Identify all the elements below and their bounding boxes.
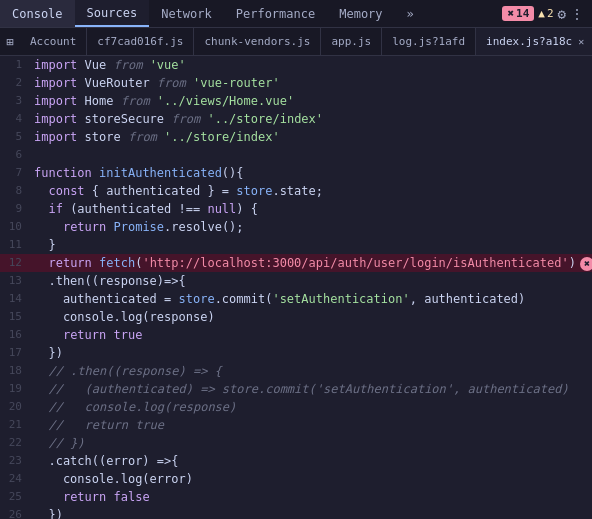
line-content: return true [30, 326, 142, 344]
line-content: }) [30, 506, 63, 519]
line-number: 8 [0, 182, 30, 200]
file-tabs-prev[interactable]: ⊞ [0, 28, 20, 55]
line-number: 10 [0, 218, 30, 236]
code-line: 17 }) [0, 344, 592, 362]
tab-network[interactable]: Network [149, 0, 224, 27]
line-number: 11 [0, 236, 30, 254]
code-line: 8 const { authenticated } = store.state; [0, 182, 592, 200]
line-content: // return true [30, 416, 164, 434]
close-tab-icon[interactable]: ✕ [578, 36, 584, 47]
code-line: 7function initAuthenticated(){ [0, 164, 592, 182]
line-content: return Promise.resolve(); [30, 218, 244, 236]
code-line: 2import VueRouter from 'vue-router' [0, 74, 592, 92]
line-number: 25 [0, 488, 30, 506]
tab-more[interactable]: » [395, 0, 426, 27]
line-number: 19 [0, 380, 30, 398]
file-tab-app[interactable]: app.js [321, 28, 382, 55]
line-number: 12 [0, 254, 30, 272]
more-options-icon[interactable]: ⋮ [570, 6, 584, 22]
code-line: 24 console.log(error) [0, 470, 592, 488]
code-line: 3import Home from '../views/Home.vue' [0, 92, 592, 110]
tab-memory[interactable]: Memory [327, 0, 394, 27]
line-content: return false [30, 488, 150, 506]
code-line: 6 [0, 146, 592, 164]
line-content: import Vue from 'vue' [30, 56, 186, 74]
code-line: 1import Vue from 'vue' [0, 56, 592, 74]
line-number: 23 [0, 452, 30, 470]
line-content: return fetch('http://localhost:3000/api/… [30, 254, 592, 272]
line-content: // }) [30, 434, 85, 452]
top-tab-bar: Console Sources Network Performance Memo… [0, 0, 592, 28]
line-number: 7 [0, 164, 30, 182]
line-number: 22 [0, 434, 30, 452]
code-line: 9 if (authenticated !== null) { [0, 200, 592, 218]
line-number: 17 [0, 344, 30, 362]
line-content: const { authenticated } = store.state; [30, 182, 323, 200]
line-number: 24 [0, 470, 30, 488]
code-line: 11 } [0, 236, 592, 254]
line-content: .catch((error) =>{ [30, 452, 179, 470]
line-number: 4 [0, 110, 30, 128]
line-number: 13 [0, 272, 30, 290]
line-content: } [30, 236, 56, 254]
line-content: function initAuthenticated(){ [30, 164, 244, 182]
code-line: 5import store from '../store/index' [0, 128, 592, 146]
code-line: 13 .then((response)=>{ [0, 272, 592, 290]
line-number: 6 [0, 146, 30, 164]
settings-icon[interactable]: ⚙ [558, 6, 566, 22]
line-content: // console.log(response) [30, 398, 236, 416]
error-count-badge: ✖ 14 [502, 6, 534, 21]
code-line: 22 // }) [0, 434, 592, 452]
tab-console[interactable]: Console [0, 0, 75, 27]
line-number: 9 [0, 200, 30, 218]
tab-sources[interactable]: Sources [75, 0, 150, 27]
line-content: // .then((response) => { [30, 362, 222, 380]
line-content: }) [30, 344, 63, 362]
line-number: 5 [0, 128, 30, 146]
line-content: .then((response)=>{ [30, 272, 186, 290]
code-line: 12 return fetch('http://localhost:3000/a… [0, 254, 592, 272]
line-content: if (authenticated !== null) { [30, 200, 258, 218]
code-line: 14 authenticated = store.commit('setAuth… [0, 290, 592, 308]
top-tab-icons: ✖ 14 ▲ 2 ⚙ ⋮ [502, 6, 592, 22]
line-content: authenticated = store.commit('setAuthent… [30, 290, 525, 308]
code-line: 26 }) [0, 506, 592, 519]
code-line: 21 // return true [0, 416, 592, 434]
code-line: 23 .catch((error) =>{ [0, 452, 592, 470]
line-number: 3 [0, 92, 30, 110]
line-number: 16 [0, 326, 30, 344]
line-number: 18 [0, 362, 30, 380]
line-number: 14 [0, 290, 30, 308]
error-icon: ✖ [507, 7, 514, 20]
file-tab-log[interactable]: log.js?1afd [382, 28, 476, 55]
file-tab-index[interactable]: index.js?a18c ✕ [476, 28, 592, 55]
line-content: // (authenticated) => store.commit('setA… [30, 380, 569, 398]
line-content: import VueRouter from 'vue-router' [30, 74, 280, 92]
file-tab-account[interactable]: Account [20, 28, 87, 55]
line-content: console.log(error) [30, 470, 193, 488]
code-line: 4import storeSecure from '../store/index… [0, 110, 592, 128]
code-line: 15 console.log(response) [0, 308, 592, 326]
code-line: 18 // .then((response) => { [0, 362, 592, 380]
line-content: import Home from '../views/Home.vue' [30, 92, 294, 110]
line-content: console.log(response) [30, 308, 215, 326]
file-tab-bar: ⊞ Account cf7cad016f.js chunk-vendors.js… [0, 28, 592, 56]
file-tab-chunk-vendors[interactable]: chunk-vendors.js [194, 28, 321, 55]
code-line: 16 return true [0, 326, 592, 344]
warn-icon: ▲ [538, 7, 545, 20]
code-editor: 1import Vue from 'vue'2import VueRouter … [0, 56, 592, 519]
line-number: 15 [0, 308, 30, 326]
line-content: import storeSecure from '../store/index' [30, 110, 323, 128]
line-number: 21 [0, 416, 30, 434]
code-line: 10 return Promise.resolve(); [0, 218, 592, 236]
code-line: 25 return false [0, 488, 592, 506]
line-content: import store from '../store/index' [30, 128, 280, 146]
line-number: 1 [0, 56, 30, 74]
line-number: 26 [0, 506, 30, 519]
line-number: 20 [0, 398, 30, 416]
code-line: 20 // console.log(response) [0, 398, 592, 416]
file-tab-cf7[interactable]: cf7cad016f.js [87, 28, 194, 55]
warn-count-badge: ▲ 2 [538, 7, 553, 20]
tab-performance[interactable]: Performance [224, 0, 327, 27]
code-line: 19 // (authenticated) => store.commit('s… [0, 380, 592, 398]
